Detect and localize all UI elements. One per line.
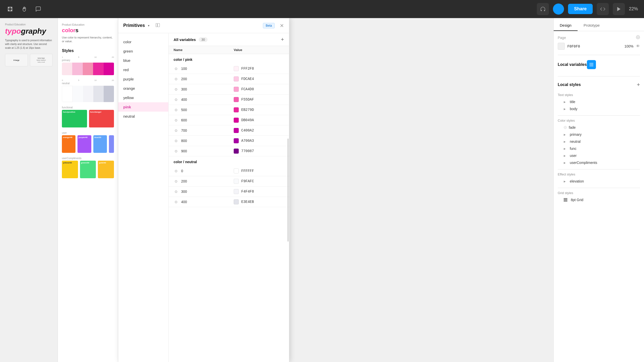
- comment-icon[interactable]: [34, 5, 42, 13]
- text-styles-label: Text styles: [558, 93, 640, 97]
- variable-icon: ⊙: [174, 149, 179, 154]
- scrollbar-track[interactable]: [287, 33, 289, 362]
- var-value-cell: EB279D: [234, 107, 284, 112]
- sidebar-item-pink[interactable]: pink: [118, 102, 168, 112]
- style-item-func[interactable]: ▶ func: [558, 145, 640, 152]
- hand-icon[interactable]: [20, 5, 28, 13]
- table-row[interactable]: ⊙ 100 FFF2F8: [169, 64, 289, 74]
- variable-icon: ⊙: [174, 97, 179, 102]
- page-settings-icon[interactable]: [636, 35, 640, 40]
- var-value-cell: F9FAFC: [234, 179, 284, 184]
- color-styles-category: Color styles fade ▶ primary ▶ neutral: [558, 119, 640, 166]
- table-row[interactable]: ⊙ 500 EB279D: [169, 105, 289, 115]
- color-styles-label: Color styles: [558, 119, 640, 122]
- divider-5: [558, 188, 640, 188]
- sidebar-item-neutral[interactable]: neutral: [118, 112, 168, 121]
- table-row[interactable]: ⊙ 700 C400A2: [169, 125, 289, 136]
- code-icon[interactable]: [597, 3, 609, 15]
- sidebar-item-purple[interactable]: purple: [118, 74, 168, 84]
- page-section-header: Design Page: [558, 35, 640, 40]
- grid-icon[interactable]: [6, 5, 14, 13]
- play-icon[interactable]: [613, 3, 625, 15]
- table-row[interactable]: ⊙ 200 FDCAE4: [169, 74, 289, 84]
- primary-label: primary: [62, 59, 114, 62]
- table-row[interactable]: ⊙ 900 770087: [169, 146, 289, 156]
- color-swatch-600: [234, 118, 239, 123]
- colors-section-label: Product Education: [62, 23, 114, 26]
- grid-styles-label: Grid styles: [558, 191, 640, 195]
- svg-rect-5: [544, 10, 545, 11]
- headphones-icon[interactable]: [537, 3, 549, 15]
- var-name-600: 600: [181, 118, 234, 122]
- style-item-8pt-grid[interactable]: 8pt Grid: [558, 196, 640, 203]
- color-dot-fade: [564, 126, 567, 129]
- local-variables-button[interactable]: [587, 60, 596, 69]
- primary-swatch-1: [62, 63, 72, 75]
- table-row[interactable]: ⊙ 400 F55DAF: [169, 95, 289, 105]
- style-item-body[interactable]: ▶ body: [558, 105, 640, 112]
- eye-icon[interactable]: 👁: [636, 44, 640, 49]
- page-color-swatch[interactable]: [558, 43, 565, 50]
- style-item-fade[interactable]: fade: [558, 124, 640, 131]
- neutral-swatch-5: [104, 86, 114, 102]
- style-item-user-label: user: [570, 154, 577, 158]
- style-item-neutral[interactable]: ▶ neutral: [558, 138, 640, 145]
- table-header: Name Value: [169, 46, 289, 54]
- tab-prototype[interactable]: Prototype: [578, 20, 606, 31]
- scrollbar-thumb[interactable]: [288, 139, 289, 242]
- primary-numbers: 151020: [62, 56, 114, 58]
- page-color-hex: F0F0F0: [567, 44, 580, 48]
- sidebar-item-blue[interactable]: blue: [118, 56, 168, 65]
- color-swatch-300: [234, 87, 239, 92]
- sidebar-item-green[interactable]: green: [118, 47, 168, 56]
- local-styles-add-button[interactable]: +: [637, 81, 640, 88]
- style-item-user[interactable]: ▶ user: [558, 152, 640, 159]
- style-item-neutral-label: neutral: [570, 140, 581, 144]
- style-item-user-compliments[interactable]: ▶ userCompliments: [558, 159, 640, 166]
- svg-rect-1: [11, 7, 12, 9]
- style-item-primary[interactable]: ▶ primary: [558, 131, 640, 138]
- local-styles-label: Local styles: [558, 82, 581, 87]
- var-value-cell: F55DAF: [234, 97, 284, 102]
- table-row[interactable]: ⊙ 600 DB049A: [169, 115, 289, 125]
- variables-count: 30: [199, 37, 207, 42]
- avatar[interactable]: [553, 4, 564, 15]
- sidebar-item-red[interactable]: red: [118, 65, 168, 74]
- style-item-fade-label: fade: [569, 125, 576, 129]
- modal-close-button[interactable]: ✕: [280, 23, 284, 29]
- table-row[interactable]: ⊙ 200 F9FAFC: [169, 176, 289, 187]
- svg-rect-0: [8, 7, 10, 9]
- beta-badge: Beta: [263, 23, 275, 28]
- page-section-label-text: Page: [558, 36, 566, 40]
- variable-icon: ⊙: [174, 76, 179, 81]
- local-vars-header: Local variables: [558, 58, 640, 71]
- add-variable-button[interactable]: +: [281, 36, 284, 43]
- arrow-icon-elevation: ▶: [564, 180, 566, 183]
- layout-icon[interactable]: [155, 23, 160, 28]
- primitives-dropdown-icon[interactable]: ▾: [148, 24, 149, 27]
- sidebar-item-orange[interactable]: orange: [118, 84, 168, 93]
- table-row[interactable]: ⊙ 300 F4F4F8: [169, 187, 289, 197]
- style-item-title[interactable]: ▶ title: [558, 98, 640, 105]
- table-row[interactable]: ⊙ 300 FCA4D0: [169, 84, 289, 95]
- arrow-icon-neutral: ▶: [564, 140, 566, 143]
- color-swatch-200: [234, 76, 239, 81]
- page-color-row: F0F0F0 100% 👁: [558, 43, 640, 50]
- table-row[interactable]: ⊙ 0 FFFFFF: [169, 166, 289, 176]
- share-button[interactable]: Share: [568, 4, 593, 14]
- variable-icon: ⊙: [174, 168, 179, 173]
- var-name-n0: 0: [181, 169, 234, 173]
- sidebar-item-yellow[interactable]: yellow: [118, 93, 168, 102]
- style-item-title-label: title: [570, 100, 575, 104]
- style-item-elevation[interactable]: ▶ elevation: [558, 178, 640, 185]
- neutral-swatch-row: [62, 86, 114, 102]
- sidebar-item-color[interactable]: color: [118, 37, 168, 47]
- tab-design[interactable]: Design: [554, 20, 578, 31]
- page-section: Design Page F0F0F0 100% 👁: [558, 35, 640, 50]
- primary-swatch-4: [93, 63, 103, 75]
- var-value-cell: FCA4D0: [234, 87, 284, 92]
- table-row[interactable]: ⊙ 400 E3E4EB: [169, 197, 289, 207]
- variable-icon: ⊙: [174, 87, 179, 92]
- colors-title: colors: [62, 27, 114, 34]
- table-row[interactable]: ⊙ 800 A700A3: [169, 136, 289, 146]
